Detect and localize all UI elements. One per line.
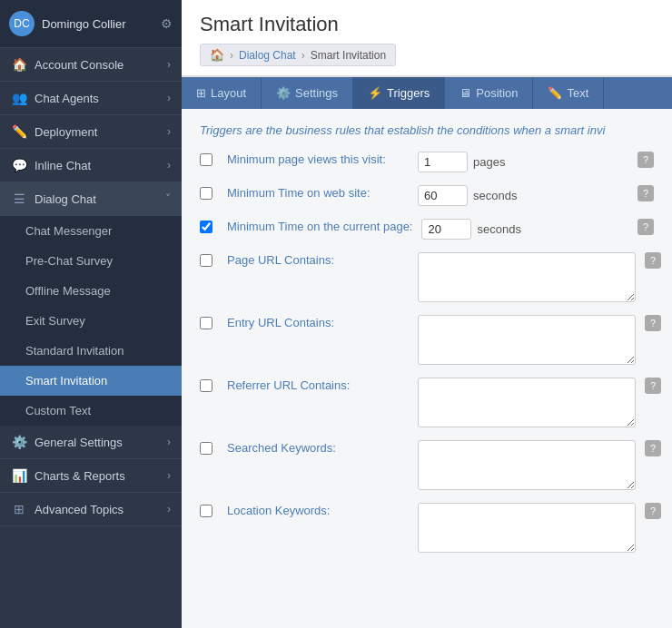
trigger-textarea-referrer-url[interactable] [418, 378, 636, 427]
trigger-label-min-time-page: Minimum Time on the current page: [227, 220, 412, 233]
trigger-unit-min-time-site: seconds [473, 189, 517, 202]
submenu-item-chat-messenger[interactable]: Chat Messenger [0, 216, 182, 246]
tab-triggers[interactable]: ⚡ Triggers [353, 77, 445, 109]
help-button-page-url[interactable]: ? [645, 252, 661, 269]
layout-icon: ⊞ [196, 86, 206, 100]
trigger-checkbox-referrer-url[interactable] [200, 379, 212, 392]
deployment-icon: ✏️ [11, 124, 27, 139]
trigger-label-min-page-views: Minimum page views this visit: [227, 152, 386, 166]
inline-chat-icon: 💬 [11, 158, 27, 172]
help-button-min-time-page[interactable]: ? [637, 219, 654, 235]
trigger-input-min-time-page[interactable] [421, 219, 471, 240]
sidebar-item-label: General Settings [35, 436, 160, 449]
chevron-down-icon: ˅ [165, 192, 171, 205]
main-header: Smart Invitation 🏠 › Dialog Chat › Smart… [182, 0, 672, 77]
sidebar-user[interactable]: DC Domingo Collier ⚙ [0, 0, 182, 48]
advanced-icon: ⊞ [11, 502, 27, 516]
sidebar-item-dialog-chat[interactable]: ☰ Dialog Chat ˅ [0, 182, 182, 216]
home-icon: 🏠 [11, 57, 27, 72]
trigger-label-referrer-url: Referrer URL Contains: [227, 378, 350, 392]
chevron-right-icon: › [167, 503, 171, 515]
trigger-checkbox-min-time-page[interactable] [200, 221, 212, 233]
sidebar-item-advanced-topics[interactable]: ⊞ Advanced Topics › [0, 493, 182, 526]
trigger-input-min-page-views[interactable] [418, 152, 468, 172]
trigger-row-min-time-page: Minimum Time on the current page: second… [200, 219, 654, 240]
trigger-row-referrer-url: Referrer URL Contains: ? [200, 378, 654, 427]
text-tab-icon: ✏️ [548, 86, 562, 100]
trigger-checkbox-entry-url[interactable] [200, 317, 212, 329]
charts-icon: 📊 [11, 468, 27, 483]
help-button-min-time-site[interactable]: ? [637, 185, 654, 201]
trigger-checkbox-searched-keywords[interactable] [200, 442, 212, 455]
help-button-searched-keywords[interactable]: ? [645, 440, 661, 456]
submenu-item-smart-invitation[interactable]: Smart Invitation [0, 366, 182, 396]
submenu-label: Offline Message [25, 284, 111, 298]
trigger-label-searched-keywords: Searched Keywords: [227, 441, 336, 455]
trigger-label-min-time-site: Minimum Time on web site: [227, 186, 371, 200]
breadcrumb-current: Smart Invitation [311, 49, 386, 62]
tab-label: Text [567, 86, 588, 100]
trigger-input-min-time-site[interactable] [418, 185, 468, 206]
chevron-right-icon: › [167, 469, 171, 482]
sidebar-item-account-console[interactable]: 🏠 Account Console › [0, 48, 182, 82]
sidebar-item-inline-chat[interactable]: 💬 Inline Chat › [0, 149, 182, 182]
dialog-chat-submenu: Chat Messenger Pre-Chat Survey Offline M… [0, 216, 182, 426]
trigger-row-entry-url: Entry URL Contains: ? [200, 315, 654, 365]
sidebar-item-general-settings[interactable]: ⚙️ General Settings › [0, 426, 182, 459]
content-area: Triggers are the business rules that est… [182, 109, 672, 628]
tab-settings[interactable]: ⚙️ Settings [262, 77, 353, 109]
agents-icon: 👥 [11, 91, 27, 105]
trigger-textarea-page-url[interactable] [418, 252, 636, 302]
chevron-right-icon: › [167, 436, 171, 448]
tab-text[interactable]: ✏️ Text [533, 77, 604, 109]
settings-icon: ⚙️ [11, 435, 27, 449]
tab-bar: ⊞ Layout ⚙️ Settings ⚡ Triggers 🖥 Positi… [182, 77, 672, 109]
help-button-referrer-url[interactable]: ? [645, 378, 661, 394]
tab-position[interactable]: 🖥 Position [445, 77, 533, 109]
trigger-checkbox-page-url[interactable] [200, 254, 212, 267]
sidebar-item-label: Deployment [35, 125, 160, 139]
trigger-textarea-location-keywords[interactable] [418, 503, 636, 553]
trigger-textarea-searched-keywords[interactable] [418, 440, 636, 490]
help-button-min-page-views[interactable]: ? [637, 152, 654, 168]
trigger-checkbox-min-time-site[interactable] [200, 187, 212, 200]
tab-layout[interactable]: ⊞ Layout [182, 77, 262, 109]
submenu-label: Smart Invitation [25, 374, 107, 388]
breadcrumb-home-icon[interactable]: 🏠 [210, 48, 224, 62]
submenu-item-standard-invitation[interactable]: Standard Invitation [0, 336, 182, 366]
page-title: Smart Invitation [200, 13, 654, 36]
username-label: Domingo Collier [42, 17, 153, 31]
trigger-checkbox-location-keywords[interactable] [200, 505, 212, 517]
submenu-item-exit-survey[interactable]: Exit Survey [0, 306, 182, 336]
trigger-unit-min-page-views: pages [473, 155, 505, 169]
trigger-checkbox-min-page-views[interactable] [200, 153, 212, 166]
sidebar-item-chat-agents[interactable]: 👥 Chat Agents › [0, 82, 182, 115]
position-icon: 🖥 [460, 86, 471, 100]
trigger-label-page-url: Page URL Contains: [227, 253, 334, 267]
help-button-entry-url[interactable]: ? [645, 315, 661, 331]
submenu-label: Standard Invitation [25, 344, 124, 358]
help-button-location-keywords[interactable]: ? [645, 503, 661, 519]
tab-label: Position [476, 86, 518, 100]
submenu-item-offline-message[interactable]: Offline Message [0, 276, 182, 306]
trigger-label-location-keywords: Location Keywords: [227, 504, 330, 517]
breadcrumb-sep1: › [230, 49, 233, 62]
settings-tab-icon: ⚙️ [276, 86, 291, 100]
chevron-right-icon: › [167, 125, 171, 138]
sidebar-item-charts-reports[interactable]: 📊 Charts & Reports › [0, 459, 182, 493]
trigger-row-location-keywords: Location Keywords: ? [200, 503, 654, 553]
sidebar-item-label: Charts & Reports [35, 469, 160, 483]
sidebar-item-label: Account Console [35, 58, 160, 72]
breadcrumb: 🏠 › Dialog Chat › Smart Invitation [200, 44, 396, 66]
submenu-item-pre-chat-survey[interactable]: Pre-Chat Survey [0, 246, 182, 276]
sidebar-item-deployment[interactable]: ✏️ Deployment › [0, 115, 182, 149]
gear-icon[interactable]: ⚙ [161, 16, 173, 31]
trigger-row-searched-keywords: Searched Keywords: ? [200, 440, 654, 490]
main-content: Smart Invitation 🏠 › Dialog Chat › Smart… [182, 0, 672, 628]
breadcrumb-section[interactable]: Dialog Chat [239, 49, 296, 62]
user-avatar: DC [9, 11, 35, 36]
trigger-textarea-entry-url[interactable] [418, 315, 636, 365]
dialog-chat-icon: ☰ [11, 191, 27, 206]
trigger-row-min-time-site: Minimum Time on web site: seconds ? [200, 185, 654, 206]
submenu-item-custom-text[interactable]: Custom Text [0, 396, 182, 426]
